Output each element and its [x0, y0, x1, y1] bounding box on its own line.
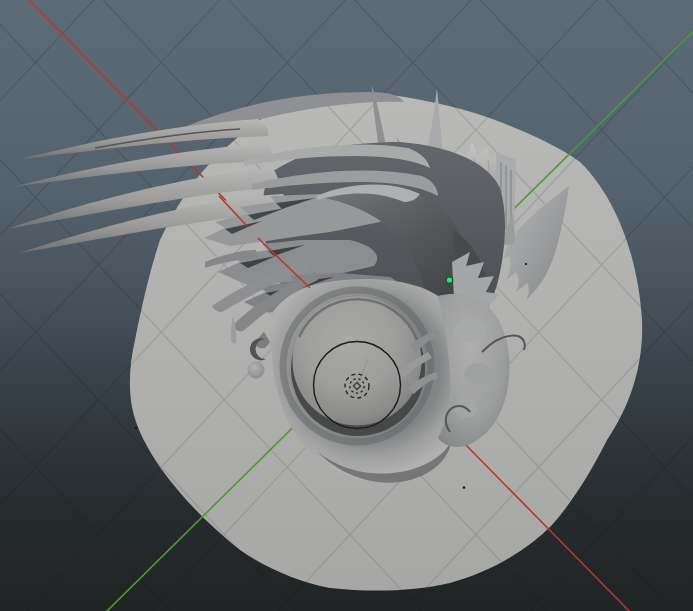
viewport-canvas[interactable] [0, 0, 693, 611]
pivot-point-dot[interactable] [446, 277, 452, 283]
3d-viewport[interactable] [0, 0, 693, 611]
cheek-bump [464, 363, 492, 385]
mini-ball [248, 362, 265, 379]
cheek-bump [454, 318, 486, 342]
